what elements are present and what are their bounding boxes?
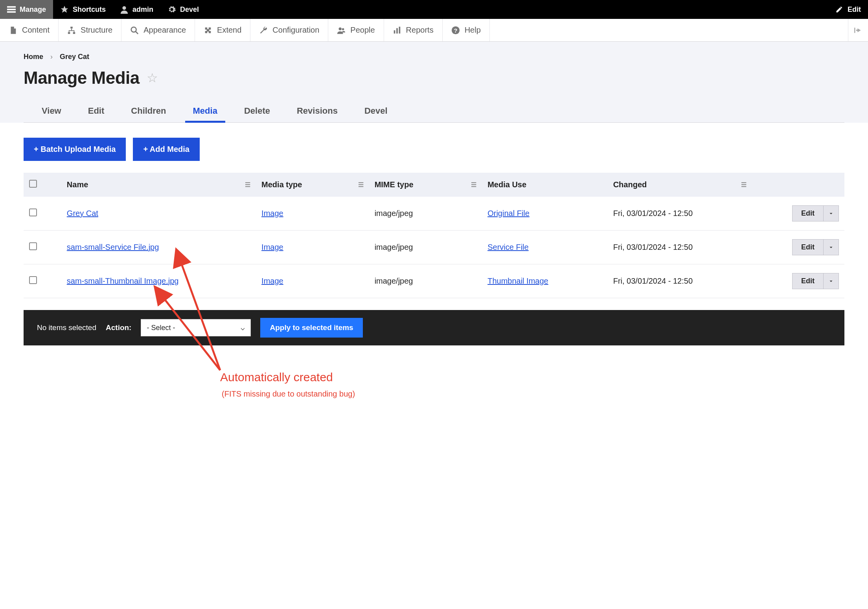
row-media-type-link[interactable]: Image (261, 277, 283, 285)
breadcrumb-current[interactable]: Grey Cat (60, 53, 89, 61)
row-ops-label: Edit (793, 206, 823, 221)
toolbar-user[interactable]: admin (113, 0, 160, 19)
svg-rect-17 (854, 28, 855, 33)
breadcrumb-home[interactable]: Home (24, 53, 43, 61)
row-ops-dropdown[interactable] (823, 273, 839, 289)
chevron-right-icon: › (50, 53, 53, 61)
svg-point-8 (131, 27, 136, 32)
row-name-link[interactable]: sam-small-Service File.jpg (67, 243, 159, 251)
bulk-status: No items selected (37, 323, 96, 332)
row-media-use-link[interactable]: Thumbnail Image (487, 277, 548, 285)
admin-content[interactable]: Content (0, 19, 59, 41)
admin-collapse[interactable] (848, 19, 868, 41)
toolbar: Manage Shortcuts admin Devel Edit (0, 0, 868, 19)
people-icon (337, 26, 346, 35)
chevron-down-icon: ⌵ (241, 323, 245, 332)
bulk-select-value: - Select - (147, 324, 175, 332)
row-ops-label: Edit (793, 240, 823, 255)
svg-line-9 (136, 31, 138, 33)
row-mime-type: image/jpeg (369, 231, 482, 264)
row-ops-dropdown[interactable] (823, 206, 839, 221)
row-changed: Fri, 03/01/2024 - 12:50 (608, 264, 752, 298)
row-ops-label: Edit (793, 273, 823, 289)
select-all-checkbox[interactable] (29, 180, 37, 188)
col-name[interactable]: Name (67, 180, 88, 189)
toolbar-edit[interactable]: Edit (828, 0, 868, 19)
svg-rect-12 (394, 30, 395, 33)
toolbar-shortcuts[interactable]: Shortcuts (53, 0, 113, 19)
row-media-use-link[interactable]: Service File (487, 243, 528, 251)
table-row: sam-small-Thumbnail Image.jpgImageimage/… (24, 264, 844, 298)
add-media-button[interactable]: + Add Media (133, 138, 200, 161)
tab-devel[interactable]: Devel (362, 102, 390, 122)
admin-reports[interactable]: Reports (384, 19, 443, 41)
bulk-action-select[interactable]: - Select - ⌵ (141, 319, 251, 336)
admin-structure[interactable]: Structure (59, 19, 121, 41)
col-media-use[interactable]: Media Use (487, 180, 526, 189)
admin-appearance[interactable]: Appearance (121, 19, 195, 41)
batch-upload-button[interactable]: + Batch Upload Media (24, 138, 126, 161)
toolbar-shortcuts-label: Shortcuts (73, 6, 106, 14)
help-icon: ? (451, 26, 460, 35)
row-checkbox[interactable] (29, 276, 37, 284)
gear-icon (167, 5, 176, 14)
sort-icon[interactable]: ☰ (245, 181, 250, 188)
svg-rect-0 (7, 6, 16, 8)
row-media-type-link[interactable]: Image (261, 243, 283, 251)
tab-revisions[interactable]: Revisions (294, 102, 340, 122)
annotation-main-text: Automatically created (220, 371, 333, 384)
admin-extend[interactable]: Extend (195, 19, 250, 41)
toolbar-manage[interactable]: Manage (0, 0, 53, 19)
svg-rect-14 (399, 26, 400, 33)
hamburger-icon (7, 5, 16, 14)
admin-help-label: Help (465, 26, 481, 35)
svg-marker-3 (61, 6, 68, 13)
row-mime-type: image/jpeg (369, 197, 482, 231)
media-table: Name☰ Media type☰ MIME type☰ Media Use C… (24, 173, 844, 298)
tab-edit[interactable]: Edit (86, 102, 107, 122)
svg-rect-6 (68, 32, 70, 34)
row-media-use-link[interactable]: Original File (487, 209, 530, 218)
bulk-apply-button[interactable]: Apply to selected items (260, 318, 362, 338)
toolbar-user-label: admin (132, 6, 153, 14)
row-ops-dropdown[interactable] (823, 240, 839, 255)
tab-delete[interactable]: Delete (242, 102, 272, 122)
chart-icon (393, 26, 401, 35)
svg-point-4 (122, 6, 126, 10)
row-checkbox[interactable] (29, 209, 37, 216)
tab-children[interactable]: Children (129, 102, 168, 122)
header-region: Home › Grey Cat Manage Media ☆ View Edit… (0, 42, 868, 123)
sort-icon[interactable]: ☰ (358, 181, 364, 188)
col-mime-type[interactable]: MIME type (375, 180, 414, 189)
sort-icon[interactable]: ☰ (471, 181, 476, 188)
svg-rect-13 (396, 28, 398, 33)
tab-view[interactable]: View (39, 102, 64, 122)
row-ops-button[interactable]: Edit (792, 239, 839, 255)
sitemap-icon (67, 26, 76, 35)
admin-configuration-label: Configuration (272, 26, 319, 35)
col-changed[interactable]: Changed (613, 180, 647, 189)
toolbar-manage-label: Manage (20, 6, 46, 14)
row-media-type-link[interactable]: Image (261, 209, 283, 218)
col-media-type[interactable]: Media type (261, 180, 302, 189)
admin-people[interactable]: People (328, 19, 384, 41)
puzzle-icon (204, 26, 212, 35)
row-name-link[interactable]: Grey Cat (67, 209, 98, 218)
toolbar-devel[interactable]: Devel (160, 0, 206, 19)
admin-appearance-label: Appearance (143, 26, 186, 35)
tab-media[interactable]: Media (191, 102, 220, 122)
favorite-star-icon[interactable]: ☆ (147, 70, 158, 85)
row-name-link[interactable]: sam-small-Thumbnail Image.jpg (67, 277, 179, 285)
admin-help[interactable]: ? Help (443, 19, 490, 41)
table-row: Grey CatImageimage/jpegOriginal FileFri,… (24, 197, 844, 231)
admin-structure-label: Structure (81, 26, 112, 35)
admin-configuration[interactable]: Configuration (250, 19, 328, 41)
toolbar-devel-label: Devel (180, 6, 199, 14)
row-ops-button[interactable]: Edit (792, 205, 839, 221)
row-ops-button[interactable]: Edit (792, 273, 839, 289)
row-checkbox[interactable] (29, 242, 37, 250)
star-icon (60, 5, 69, 14)
sort-icon[interactable]: ☰ (741, 181, 747, 188)
magnifier-icon (130, 26, 139, 35)
svg-rect-1 (7, 9, 16, 10)
